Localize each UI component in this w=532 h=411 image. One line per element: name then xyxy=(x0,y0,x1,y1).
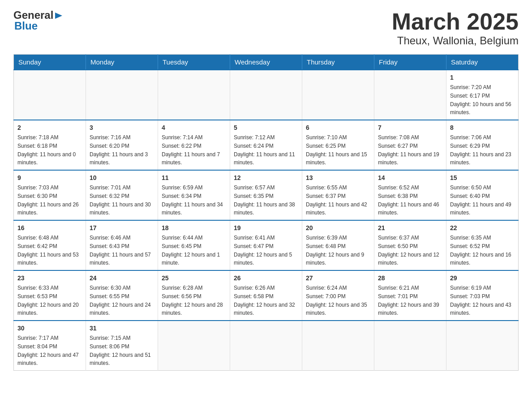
calendar-header-saturday: Saturday xyxy=(446,55,519,70)
day-info: Sunrise: 6:39 AMSunset: 6:48 PMDaylight:… xyxy=(306,235,364,266)
day-info: Sunrise: 6:30 AMSunset: 6:55 PMDaylight:… xyxy=(90,285,151,316)
calendar-week-1: 2Sunrise: 7:18 AMSunset: 6:18 PMDaylight… xyxy=(14,120,519,170)
day-number: 6 xyxy=(306,123,370,133)
calendar-cell xyxy=(158,70,230,120)
calendar-cell: 5Sunrise: 7:12 AMSunset: 6:24 PMDaylight… xyxy=(230,120,302,170)
calendar-header-sunday: Sunday xyxy=(14,55,86,70)
day-info: Sunrise: 6:44 AMSunset: 6:45 PMDaylight:… xyxy=(162,235,220,266)
calendar-cell xyxy=(86,70,158,120)
day-info: Sunrise: 7:16 AMSunset: 6:20 PMDaylight:… xyxy=(90,134,148,166)
logo-blue-text: Blue xyxy=(14,20,38,32)
day-number: 2 xyxy=(17,123,82,133)
calendar-cell: 4Sunrise: 7:14 AMSunset: 6:22 PMDaylight… xyxy=(158,120,230,170)
day-number: 26 xyxy=(234,274,298,283)
day-number: 17 xyxy=(90,223,154,233)
day-info: Sunrise: 7:08 AMSunset: 6:27 PMDaylight:… xyxy=(378,134,439,166)
calendar-cell: 6Sunrise: 7:10 AMSunset: 6:25 PMDaylight… xyxy=(302,120,374,170)
day-info: Sunrise: 7:15 AMSunset: 8:06 PMDaylight:… xyxy=(90,335,151,366)
calendar-cell: 9Sunrise: 7:03 AMSunset: 6:30 PMDaylight… xyxy=(14,170,86,220)
calendar-cell: 31Sunrise: 7:15 AMSunset: 8:06 PMDayligh… xyxy=(86,321,158,371)
day-number: 22 xyxy=(450,223,515,233)
day-number: 30 xyxy=(17,324,82,333)
day-info: Sunrise: 7:10 AMSunset: 6:25 PMDaylight:… xyxy=(306,134,367,166)
day-number: 1 xyxy=(450,73,515,82)
day-number: 10 xyxy=(90,173,154,183)
calendar-week-5: 30Sunrise: 7:17 AMSunset: 8:04 PMDayligh… xyxy=(14,321,519,371)
calendar-week-2: 9Sunrise: 7:03 AMSunset: 6:30 PMDaylight… xyxy=(14,170,519,220)
calendar-table: SundayMondayTuesdayWednesdayThursdayFrid… xyxy=(13,54,519,371)
calendar-cell: 16Sunrise: 6:48 AMSunset: 6:42 PMDayligh… xyxy=(14,220,86,270)
calendar-cell: 26Sunrise: 6:26 AMSunset: 6:58 PMDayligh… xyxy=(230,270,302,321)
calendar-cell: 3Sunrise: 7:16 AMSunset: 6:20 PMDaylight… xyxy=(86,120,158,170)
day-info: Sunrise: 7:14 AMSunset: 6:22 PMDaylight:… xyxy=(162,134,220,166)
day-info: Sunrise: 7:12 AMSunset: 6:24 PMDaylight:… xyxy=(234,134,295,166)
calendar-cell: 8Sunrise: 7:06 AMSunset: 6:29 PMDaylight… xyxy=(446,120,519,170)
day-info: Sunrise: 7:01 AMSunset: 6:32 PMDaylight:… xyxy=(90,184,151,216)
calendar-header-friday: Friday xyxy=(374,55,446,70)
day-number: 20 xyxy=(306,223,370,233)
calendar-cell: 17Sunrise: 6:46 AMSunset: 6:43 PMDayligh… xyxy=(86,220,158,270)
day-info: Sunrise: 7:06 AMSunset: 6:29 PMDaylight:… xyxy=(450,134,511,166)
calendar-cell: 1Sunrise: 7:20 AMSunset: 6:17 PMDaylight… xyxy=(446,70,519,120)
day-info: Sunrise: 7:03 AMSunset: 6:30 PMDaylight:… xyxy=(17,184,79,216)
day-number: 25 xyxy=(162,274,226,283)
calendar-cell xyxy=(14,70,86,120)
day-info: Sunrise: 7:20 AMSunset: 6:17 PMDaylight:… xyxy=(450,84,511,116)
logo: General Blue xyxy=(13,9,64,32)
day-info: Sunrise: 6:35 AMSunset: 6:52 PMDaylight:… xyxy=(450,235,511,266)
calendar-cell: 29Sunrise: 6:19 AMSunset: 7:03 PMDayligh… xyxy=(446,270,519,321)
day-info: Sunrise: 6:19 AMSunset: 7:03 PMDaylight:… xyxy=(450,285,511,316)
calendar-header-tuesday: Tuesday xyxy=(158,55,230,70)
day-info: Sunrise: 6:28 AMSunset: 6:56 PMDaylight:… xyxy=(162,285,223,316)
calendar-cell: 19Sunrise: 6:41 AMSunset: 6:47 PMDayligh… xyxy=(230,220,302,270)
day-number: 8 xyxy=(450,123,515,133)
svg-marker-0 xyxy=(55,13,62,19)
calendar-cell: 2Sunrise: 7:18 AMSunset: 6:18 PMDaylight… xyxy=(14,120,86,170)
calendar-body: 1Sunrise: 7:20 AMSunset: 6:17 PMDaylight… xyxy=(14,70,519,371)
calendar-cell: 27Sunrise: 6:24 AMSunset: 7:00 PMDayligh… xyxy=(302,270,374,321)
calendar-header-monday: Monday xyxy=(86,55,158,70)
day-number: 7 xyxy=(378,123,442,133)
calendar-cell: 7Sunrise: 7:08 AMSunset: 6:27 PMDaylight… xyxy=(374,120,446,170)
day-info: Sunrise: 6:37 AMSunset: 6:50 PMDaylight:… xyxy=(378,235,439,266)
calendar-cell xyxy=(158,321,230,371)
day-number: 15 xyxy=(450,173,515,183)
calendar-cell: 30Sunrise: 7:17 AMSunset: 8:04 PMDayligh… xyxy=(14,321,86,371)
page-subtitle: Theux, Wallonia, Belgium xyxy=(392,34,519,47)
calendar-cell: 11Sunrise: 6:59 AMSunset: 6:34 PMDayligh… xyxy=(158,170,230,220)
calendar-cell: 21Sunrise: 6:37 AMSunset: 6:50 PMDayligh… xyxy=(374,220,446,270)
page-header: General Blue March 2025 Theux, Wallonia,… xyxy=(13,9,519,47)
calendar-cell: 13Sunrise: 6:55 AMSunset: 6:37 PMDayligh… xyxy=(302,170,374,220)
day-info: Sunrise: 6:21 AMSunset: 7:01 PMDaylight:… xyxy=(378,285,439,316)
calendar-week-0: 1Sunrise: 7:20 AMSunset: 6:17 PMDaylight… xyxy=(14,70,519,120)
day-number: 28 xyxy=(378,274,442,283)
calendar-cell xyxy=(446,321,519,371)
day-number: 5 xyxy=(234,123,298,133)
calendar-cell xyxy=(302,321,374,371)
day-number: 14 xyxy=(378,173,442,183)
calendar-cell: 12Sunrise: 6:57 AMSunset: 6:35 PMDayligh… xyxy=(230,170,302,220)
day-info: Sunrise: 6:50 AMSunset: 6:40 PMDaylight:… xyxy=(450,184,511,216)
calendar-cell: 24Sunrise: 6:30 AMSunset: 6:55 PMDayligh… xyxy=(86,270,158,321)
calendar-cell xyxy=(230,321,302,371)
day-number: 11 xyxy=(162,173,226,183)
calendar-header-thursday: Thursday xyxy=(302,55,374,70)
calendar-week-4: 23Sunrise: 6:33 AMSunset: 6:53 PMDayligh… xyxy=(14,270,519,321)
day-info: Sunrise: 6:48 AMSunset: 6:42 PMDaylight:… xyxy=(17,235,79,266)
day-info: Sunrise: 6:55 AMSunset: 6:37 PMDaylight:… xyxy=(306,184,367,216)
day-number: 31 xyxy=(90,324,154,333)
day-number: 21 xyxy=(378,223,442,233)
calendar-cell xyxy=(230,70,302,120)
day-info: Sunrise: 6:41 AMSunset: 6:47 PMDaylight:… xyxy=(234,235,292,266)
day-info: Sunrise: 7:18 AMSunset: 6:18 PMDaylight:… xyxy=(17,134,76,166)
title-block: March 2025 Theux, Wallonia, Belgium xyxy=(392,9,519,47)
day-number: 13 xyxy=(306,173,370,183)
day-number: 12 xyxy=(234,173,298,183)
day-info: Sunrise: 6:52 AMSunset: 6:38 PMDaylight:… xyxy=(378,184,439,216)
calendar-header-row: SundayMondayTuesdayWednesdayThursdayFrid… xyxy=(14,55,519,70)
day-number: 23 xyxy=(17,274,82,283)
day-number: 3 xyxy=(90,123,154,133)
day-number: 29 xyxy=(450,274,515,283)
page-title: March 2025 xyxy=(392,9,519,34)
day-number: 9 xyxy=(17,173,82,183)
